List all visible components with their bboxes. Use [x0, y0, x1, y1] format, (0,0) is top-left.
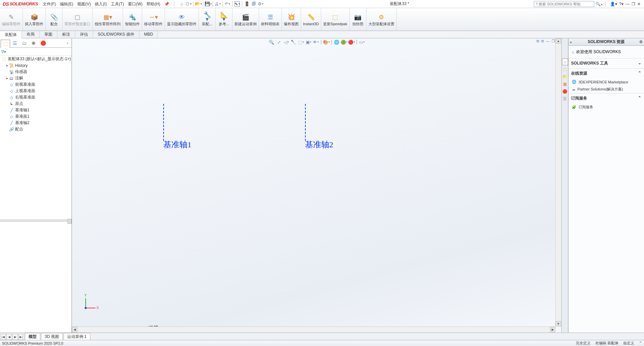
- view-triad[interactable]: [81, 296, 98, 312]
- ribbon-bom[interactable]: ☰材料明细表: [259, 8, 282, 31]
- tab-annotate[interactable]: 标注: [57, 31, 75, 38]
- tab-mbd[interactable]: MBD: [139, 31, 158, 38]
- view-orient-icon[interactable]: ⬚: [298, 39, 304, 45]
- ribbon-move-component[interactable]: ↔▾移动零部件: [142, 8, 165, 31]
- vscroll-down-icon[interactable]: ▼: [556, 321, 561, 326]
- btab-first-icon[interactable]: |◀: [0, 334, 6, 340]
- vp-popout-icon[interactable]: ⧉: [536, 39, 539, 43]
- fm-tab-display-icon[interactable]: 🔴: [38, 39, 48, 47]
- close-icon[interactable]: ✕: [637, 2, 641, 6]
- graphics-viewport[interactable]: 🔍 ⤢ ◁ 🔪 ⬚ ▣ 👁 🎨 🌐 🟢 🔴 ▭ ⧉ ⧉ — ❐ ✕ 基准轴1 基…: [72, 38, 561, 333]
- btab-next-icon[interactable]: ▶: [12, 334, 18, 340]
- panel-splitter[interactable]: [0, 220, 72, 222]
- tree-axis1[interactable]: ╱基准轴1: [0, 107, 72, 113]
- ribbon-speedpak[interactable]: ⬚更新Speedpak: [321, 8, 350, 31]
- tp-tab-home-icon[interactable]: ⌂: [562, 59, 568, 65]
- tree-root[interactable]: ⬚ 装配体33 (默认<默认_显示状态-1>): [0, 56, 72, 62]
- ribbon-insert-component[interactable]: 📦插入零部件: [23, 8, 46, 31]
- tree-origin[interactable]: ↳原点: [0, 101, 72, 107]
- filter-icon[interactable]: ∇▾: [1, 49, 6, 54]
- tp-settings-icon[interactable]: ⚙: [639, 40, 643, 44]
- tree-top-plane[interactable]: ◇上视基准面: [0, 88, 72, 94]
- tp-tab-file-icon[interactable]: 📁: [562, 73, 568, 80]
- viewport-layout-icon[interactable]: ▭: [359, 39, 365, 45]
- axis1-label[interactable]: 基准轴1: [163, 139, 191, 150]
- status-chevron-icon[interactable]: ⌃: [639, 341, 642, 345]
- vp-minimize-icon[interactable]: —: [546, 39, 550, 43]
- btab-prev-icon[interactable]: ◀: [6, 334, 12, 340]
- prev-view-icon[interactable]: ◁: [283, 39, 289, 45]
- tree-axis2[interactable]: ╱基准轴2: [0, 120, 72, 126]
- menu-edit[interactable]: 编辑(E): [58, 0, 75, 8]
- menu-view[interactable]: 视图(V): [75, 0, 93, 8]
- tree-right-plane[interactable]: ◇右视基准面: [0, 94, 72, 101]
- ribbon-show-hide[interactable]: 👁显示隐藏的零部件: [165, 8, 199, 31]
- btab-motion[interactable]: 运动算例 1: [63, 333, 90, 340]
- vp-restore-icon[interactable]: ❐: [552, 39, 555, 43]
- file-props-icon[interactable]: 🗐: [251, 1, 256, 7]
- home-icon[interactable]: ⌂: [179, 1, 184, 7]
- hscroll-left-icon[interactable]: ◀: [72, 327, 77, 332]
- undo-icon[interactable]: ↶: [225, 1, 230, 7]
- user-icon[interactable]: 👤▾: [610, 2, 617, 6]
- pin-icon[interactable]: 📌: [162, 2, 171, 6]
- fm-collapse-icon[interactable]: ›: [64, 41, 71, 45]
- menu-help[interactable]: 帮助(H): [144, 0, 162, 8]
- help-search[interactable]: ?: [534, 1, 594, 7]
- scene-icon[interactable]: 🌐: [334, 39, 340, 45]
- render-icon[interactable]: 🟢: [341, 39, 347, 45]
- ribbon-assembly-features[interactable]: 🔧▾装配...: [199, 8, 216, 31]
- ribbon-new-motion[interactable]: 🎬新建运动算例: [232, 8, 259, 31]
- tp-tab-view-icon[interactable]: ▦: [562, 81, 568, 87]
- select-icon[interactable]: ⬉: [234, 1, 240, 7]
- search-input[interactable]: [539, 2, 593, 6]
- menu-insert[interactable]: 插入(I): [93, 0, 109, 8]
- tab-sketch[interactable]: 草图: [40, 31, 57, 38]
- tp-sub-header[interactable]: 订阅服务⌃: [568, 93, 644, 103]
- tree-mates[interactable]: 🔗配合: [0, 126, 72, 132]
- vscroll-up-icon[interactable]: ▲: [556, 38, 561, 44]
- tp-online-header[interactable]: 在线资源⌃: [568, 68, 644, 78]
- ribbon-reference[interactable]: 📐▾参考...: [216, 8, 232, 31]
- axis1-line[interactable]: [163, 104, 164, 141]
- tp-online-marketplace[interactable]: 🌐3DEXPERIENCE Marketplace: [568, 78, 644, 85]
- fm-tab-tree-icon[interactable]: ⬚: [1, 40, 10, 48]
- tp-tab-custom-icon[interactable]: ☰: [562, 95, 568, 102]
- rebuild-icon[interactable]: 🚦: [244, 1, 250, 7]
- status-custom[interactable]: 自定义: [623, 341, 634, 346]
- btab-model[interactable]: 模型: [25, 333, 40, 340]
- tree-history[interactable]: ▸📜History: [0, 62, 72, 69]
- open-icon[interactable]: 📂: [196, 1, 201, 7]
- menu-file[interactable]: 文件(F): [41, 0, 58, 8]
- viewport-vscroll[interactable]: ▲ ▼: [555, 38, 561, 326]
- axis2-line[interactable]: [305, 104, 306, 141]
- tp-welcome[interactable]: ⌂ 欢迎使用 SOLIDWORKS: [568, 46, 644, 58]
- viewport-hscroll[interactable]: ◀ ▶: [72, 326, 555, 333]
- menu-window[interactable]: 窗口(W): [126, 0, 144, 8]
- tp-tab-design-icon[interactable]: ⬚: [562, 66, 568, 73]
- tp-tools-header[interactable]: SOLIDWORKS 工具⌄: [568, 58, 644, 68]
- ribbon-large-assembly[interactable]: ⚙大型装配体设置: [367, 8, 397, 31]
- new-icon[interactable]: 🗋: [186, 1, 191, 7]
- hide-show-icon[interactable]: 👁: [313, 39, 319, 45]
- search-button[interactable]: 🔍: [596, 2, 602, 6]
- appearance-icon[interactable]: 🎨: [323, 39, 329, 45]
- display-style-icon[interactable]: ▣: [305, 39, 311, 45]
- fm-tab-property-icon[interactable]: ☰: [10, 39, 19, 47]
- ribbon-mate[interactable]: 📎配合: [46, 8, 62, 31]
- tp-online-partner[interactable]: ☁Partner Solutions(解决方案): [568, 85, 644, 93]
- tree-plane1[interactable]: ◇基准面1: [0, 113, 72, 120]
- tree-sensors[interactable]: 📡传感器: [0, 69, 72, 75]
- save-icon[interactable]: 💾: [205, 1, 211, 7]
- tp-tab-appearance-icon[interactable]: 🔴: [562, 88, 568, 95]
- zoom-area-icon[interactable]: ⤢: [276, 39, 282, 45]
- ribbon-smart-fastener[interactable]: 🔩智能扣件: [123, 8, 142, 31]
- help2-icon[interactable]: ?▾: [619, 2, 624, 6]
- tab-addins[interactable]: SOLIDWORKS 插件: [93, 31, 139, 38]
- options-icon[interactable]: ⚙: [258, 1, 263, 7]
- vp-popout2-icon[interactable]: ⧉: [541, 39, 544, 43]
- btab-last-icon[interactable]: ▶|: [18, 334, 24, 340]
- menu-tools[interactable]: 工具(T): [109, 0, 126, 8]
- tab-layout[interactable]: 布局: [22, 31, 40, 38]
- tab-assembly[interactable]: 装配体: [0, 31, 22, 38]
